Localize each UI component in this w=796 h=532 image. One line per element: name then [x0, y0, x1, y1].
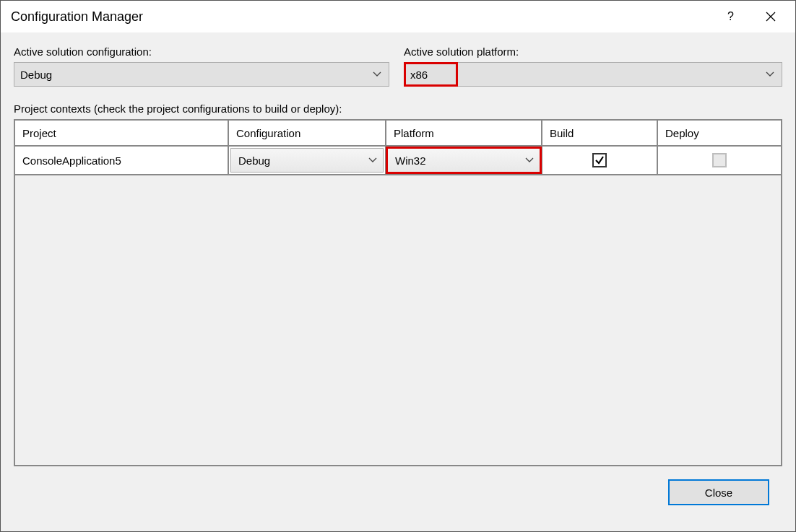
solution-selectors: Active solution configuration: Debug Act… — [14, 45, 782, 87]
project-contexts-label: Project contexts (check the project conf… — [14, 103, 782, 115]
svg-text:?: ? — [727, 10, 734, 22]
row-platform-value: Win32 — [395, 154, 524, 167]
active-config-label: Active solution configuration: — [14, 45, 389, 58]
dialog-content: Active solution configuration: Debug Act… — [1, 32, 795, 531]
titlebar: Configuration Manager ? — [1, 1, 795, 32]
chevron-down-icon — [367, 157, 378, 163]
close-icon[interactable] — [762, 8, 779, 25]
active-platform-label: Active solution platform: — [404, 45, 782, 58]
header-deploy[interactable]: Deploy — [658, 121, 781, 145]
active-platform-value: x86 — [410, 69, 764, 81]
close-button[interactable]: Close — [668, 479, 769, 505]
header-project[interactable]: Project — [15, 121, 229, 145]
deploy-checkbox — [712, 153, 727, 167]
chevron-down-icon — [524, 157, 535, 163]
configuration-manager-dialog: Configuration Manager ? Active solution … — [0, 0, 796, 532]
active-platform-combo[interactable]: x86 — [404, 62, 782, 87]
active-config-field: Active solution configuration: Debug — [14, 45, 389, 87]
cell-project-name: ConsoleApplication5 — [15, 147, 229, 174]
cell-build — [542, 147, 658, 174]
header-platform[interactable]: Platform — [386, 121, 542, 145]
project-contexts-grid: Project Configuration Platform Build Dep… — [14, 119, 782, 466]
cell-deploy — [658, 147, 781, 174]
build-checkbox[interactable] — [592, 153, 607, 167]
row-config-value: Debug — [238, 154, 367, 167]
row-platform-combo[interactable]: Win32 — [386, 147, 542, 174]
window-title: Configuration Manager — [11, 9, 723, 25]
dialog-footer: Close — [14, 466, 782, 518]
header-configuration[interactable]: Configuration — [229, 121, 386, 145]
grid-header-row: Project Configuration Platform Build Dep… — [15, 121, 781, 147]
header-build[interactable]: Build — [542, 121, 658, 145]
active-config-combo[interactable]: Debug — [14, 62, 389, 87]
help-icon[interactable]: ? — [723, 8, 740, 25]
cell-configuration: Debug — [229, 147, 386, 174]
row-config-combo[interactable]: Debug — [230, 148, 384, 173]
active-platform-field: Active solution platform: x86 — [404, 45, 782, 87]
chevron-down-icon — [764, 71, 776, 77]
chevron-down-icon — [371, 71, 383, 77]
table-row: ConsoleApplication5 Debug Win32 — [15, 147, 781, 175]
titlebar-controls: ? — [723, 8, 785, 25]
active-config-value: Debug — [20, 69, 371, 81]
cell-platform: Win32 — [386, 147, 542, 174]
grid-body: ConsoleApplication5 Debug Win32 — [15, 147, 781, 465]
